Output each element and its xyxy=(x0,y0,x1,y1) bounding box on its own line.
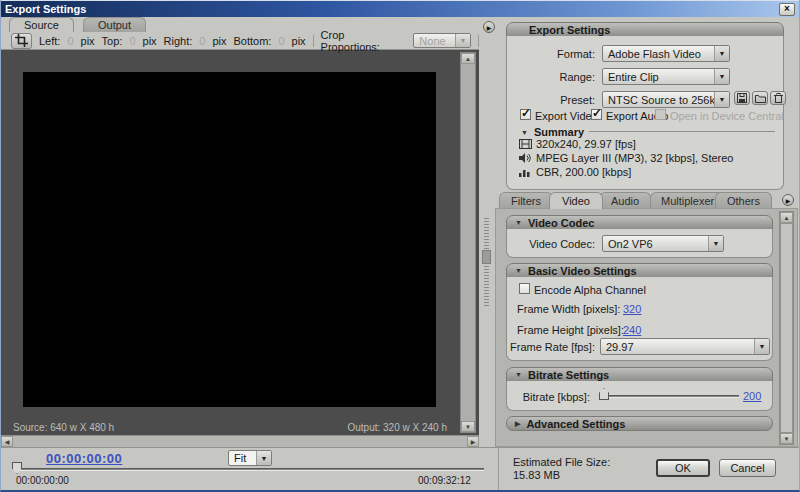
export-video-label: Export Video xyxy=(535,110,598,122)
summary-audio-line: MPEG Layer III (MP3), 32 [kbps], Stereo xyxy=(536,152,733,164)
export-settings-title: Export Settings xyxy=(529,24,610,36)
import-preset-button[interactable] xyxy=(752,91,768,105)
export-settings-box: Format: Adobe Flash Video ▼ Range: Entir… xyxy=(506,36,784,190)
basic-video-section-header[interactable]: ▼ Basic Video Settings xyxy=(506,263,773,278)
crop-tool-button[interactable] xyxy=(11,33,32,49)
dropdown-arrow-icon[interactable]: ▼ xyxy=(714,46,729,61)
crop-right-value[interactable]: 0 xyxy=(199,35,205,47)
video-frame[interactable] xyxy=(23,72,436,407)
summary-bitrate-line: CBR, 200.00 [kbps] xyxy=(536,166,631,178)
panel-splitter-handle[interactable] xyxy=(482,250,491,264)
tab-output[interactable]: Output xyxy=(83,17,146,32)
frame-height-value[interactable]: 240 xyxy=(623,324,641,336)
tab-filters-label: Filters xyxy=(511,195,541,207)
scroll-down-icon[interactable]: ▼ xyxy=(780,433,793,444)
zoom-fit-dropdown[interactable]: Fit ▼ xyxy=(228,450,272,466)
estimated-size-value: 15.83 MB xyxy=(513,469,560,481)
bitrate-section-header[interactable]: ▼ Bitrate Settings xyxy=(506,367,773,382)
frame-width-value[interactable]: 320 xyxy=(623,303,641,315)
pix-unit: pix xyxy=(212,35,226,47)
encode-alpha-checkbox[interactable] xyxy=(519,283,530,294)
tab-others[interactable]: Others xyxy=(715,192,772,209)
frame-rate-dropdown[interactable]: 29.97 ▼ xyxy=(600,338,770,355)
bitrate-section-title: Bitrate Settings xyxy=(528,369,609,381)
advanced-section-title: Advanced Settings xyxy=(526,418,625,430)
bitrate-value[interactable]: 200 xyxy=(743,390,761,402)
save-preset-icon xyxy=(737,93,747,103)
section-toggle-icon[interactable]: ▼ xyxy=(515,267,522,274)
tab-audio-label: Audio xyxy=(611,195,639,207)
export-audio-checkbox[interactable]: ✓ xyxy=(591,109,602,120)
settings-scrollbar-thumb[interactable] xyxy=(780,223,793,433)
range-label: Range: xyxy=(507,71,595,83)
right-more-tabs-icon[interactable]: ▶ xyxy=(782,194,794,206)
format-dropdown[interactable]: Adobe Flash Video ▼ xyxy=(602,45,730,62)
scroll-up-icon[interactable]: ▲ xyxy=(780,212,793,223)
summary-divider xyxy=(589,131,775,132)
delete-preset-button[interactable] xyxy=(770,91,786,105)
preset-value: NTSC Source to 256kbps xyxy=(603,92,714,107)
dropdown-arrow-icon[interactable]: ▼ xyxy=(754,339,769,354)
tab-multiplexer-label: Multiplexer xyxy=(661,195,714,207)
crop-proportions-label: Crop Proportions: xyxy=(321,29,407,53)
tab-source[interactable]: Source xyxy=(9,17,74,32)
tab-others-label: Others xyxy=(727,195,760,207)
section-toggle-icon[interactable]: ▼ xyxy=(515,219,522,226)
video-codec-box: Video Codec: On2 VP6 ▼ xyxy=(506,229,773,258)
dropdown-arrow-icon[interactable]: ▼ xyxy=(708,236,723,251)
speaker-icon xyxy=(519,153,531,165)
bottom-bar-divider xyxy=(498,447,499,492)
scroll-down-icon[interactable]: ▼ xyxy=(461,421,475,432)
dropdown-arrow-icon: ▼ xyxy=(455,34,470,47)
bitrate-slider-thumb[interactable] xyxy=(599,388,609,400)
window-titlebar[interactable]: Export Settings × xyxy=(1,0,799,17)
bitrate-box: Bitrate [kbps]: 200 xyxy=(506,381,773,411)
scroll-left-icon[interactable]: ◀ xyxy=(1,436,13,447)
crop-bottom-label: Bottom: xyxy=(234,35,272,47)
ok-button-label: OK xyxy=(675,462,691,474)
preset-dropdown[interactable]: NTSC Source to 256kbps ▼ xyxy=(602,91,730,108)
crop-bottom-value[interactable]: 0 xyxy=(278,35,284,47)
scroll-up-icon[interactable]: ▲ xyxy=(461,53,475,64)
tab-video[interactable]: Video xyxy=(549,192,603,209)
device-central-label: Open in Device Central xyxy=(670,110,784,122)
summary-video-line: 320x240, 29.97 [fps] xyxy=(536,138,636,150)
advanced-section-header[interactable]: ▶ Advanced Settings xyxy=(506,416,773,431)
pix-unit: pix xyxy=(81,35,95,47)
timeline-track[interactable] xyxy=(16,468,484,471)
window-title: Export Settings xyxy=(5,3,86,15)
format-label: Format: xyxy=(507,48,595,60)
crop-top-label: Top: xyxy=(102,35,123,47)
cancel-button[interactable]: Cancel xyxy=(719,459,776,477)
export-video-checkbox[interactable]: ✓ xyxy=(520,109,531,120)
bitrate-bars-icon xyxy=(519,167,531,179)
preview-vertical-scrollbar[interactable]: ▲ ▼ xyxy=(460,52,476,433)
dropdown-arrow-icon[interactable]: ▼ xyxy=(714,69,729,84)
preset-label: Preset: xyxy=(507,94,595,106)
bitrate-slider-track[interactable] xyxy=(607,395,739,398)
left-more-tabs-icon[interactable]: ▶ xyxy=(483,21,495,33)
video-codec-section-header[interactable]: ▼ Video Codec xyxy=(506,215,773,230)
scroll-right-icon[interactable]: ▶ xyxy=(467,436,479,447)
film-icon xyxy=(519,139,532,151)
tab-multiplexer[interactable]: Multiplexer xyxy=(650,192,725,209)
dropdown-arrow-icon[interactable]: ▼ xyxy=(256,451,271,465)
save-preset-button[interactable] xyxy=(734,91,750,105)
ok-button[interactable]: OK xyxy=(656,459,710,477)
bitrate-label: Bitrate [kbps]: xyxy=(507,391,590,403)
range-dropdown[interactable]: Entire Clip ▼ xyxy=(602,68,730,85)
tab-audio[interactable]: Audio xyxy=(599,192,651,209)
tab-source-label: Source xyxy=(24,19,59,31)
video-codec-dropdown[interactable]: On2 VP6 ▼ xyxy=(602,235,724,252)
close-icon[interactable]: × xyxy=(779,3,795,16)
section-toggle-icon[interactable]: ▶ xyxy=(515,420,520,427)
preview-horizontal-scrollbar[interactable]: ◀ ▶ xyxy=(1,435,479,447)
current-timecode[interactable]: 00:00:00:00 xyxy=(46,451,122,466)
crop-left-value[interactable]: 0 xyxy=(67,35,73,47)
crop-top-value[interactable]: 0 xyxy=(129,35,135,47)
section-toggle-icon[interactable]: ▼ xyxy=(515,371,522,378)
tab-filters[interactable]: Filters xyxy=(499,192,553,209)
dropdown-arrow-icon[interactable]: ▼ xyxy=(714,92,729,107)
crop-icon xyxy=(15,34,28,47)
summary-toggle-icon[interactable]: ▼ xyxy=(521,129,528,136)
